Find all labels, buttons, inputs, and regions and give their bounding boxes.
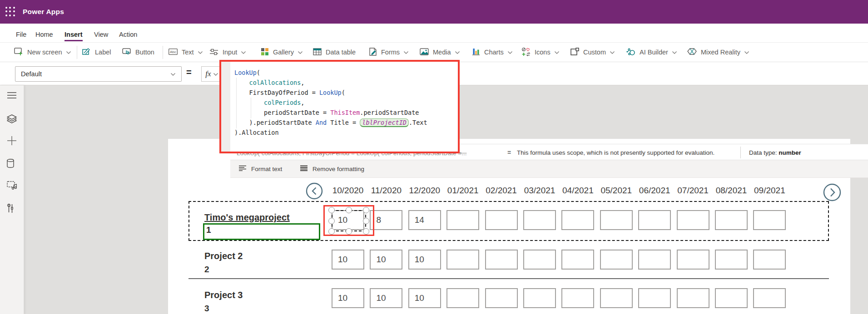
allocation-cell[interactable]: 10 (408, 288, 441, 308)
selection-handle[interactable] (328, 207, 335, 213)
allocation-cell[interactable]: 8 (370, 210, 402, 230)
allocation-cell[interactable] (523, 288, 556, 308)
period-header-label[interactable]: 04/2021 (557, 186, 598, 196)
allocation-cell[interactable] (600, 288, 633, 308)
gallery-next-button[interactable] (823, 183, 841, 203)
project-name-label[interactable]: Project 2 (204, 251, 243, 261)
selection-handle[interactable] (346, 228, 352, 235)
menu-item-home[interactable]: Home (35, 30, 53, 41)
toolbar-new-screen[interactable]: New screen (14, 43, 71, 62)
allocation-cell[interactable] (446, 210, 479, 230)
allocation-cell[interactable]: 10 (370, 288, 402, 308)
allocation-cell[interactable] (485, 210, 518, 230)
menu-item-view[interactable]: View (94, 30, 108, 41)
hamburger-icon[interactable] (7, 92, 17, 102)
period-header-label[interactable]: 03/2021 (519, 186, 560, 196)
media-screen-icon[interactable] (7, 181, 17, 191)
toolbar-mixed-reality[interactable]: Mixed Reality (687, 43, 749, 62)
allocation-cell[interactable] (485, 250, 518, 270)
toolbar-button[interactable]: Button (122, 43, 154, 62)
allocation-cell[interactable] (638, 210, 671, 230)
allocation-cell[interactable] (638, 288, 671, 308)
allocation-cell[interactable]: 10 (408, 250, 441, 270)
allocation-cell[interactable] (677, 288, 709, 308)
period-header-label[interactable]: 08/2021 (711, 186, 752, 196)
toolbar-charts[interactable]: Charts (472, 43, 513, 62)
allocation-cell[interactable] (561, 210, 594, 230)
plus-icon[interactable] (7, 136, 17, 146)
toolbar-data-table[interactable]: Data table (313, 43, 356, 62)
project-id-label[interactable]: 3 (204, 304, 209, 314)
period-header-label[interactable]: 12/2020 (404, 186, 445, 196)
selection-handle[interactable] (363, 218, 369, 224)
selection-handle[interactable] (328, 218, 335, 224)
allocation-cell[interactable]: 10 (332, 250, 364, 270)
menu-item-action[interactable]: Action (119, 30, 137, 41)
formula-editor-popup[interactable]: LookUp( colAllocations, FirstDayOfPeriod… (219, 60, 460, 153)
toolbar-input[interactable]: Input (209, 43, 246, 62)
period-header-label[interactable]: 06/2021 (634, 186, 675, 196)
project-id-label[interactable]: 2 (204, 265, 209, 275)
period-header-label[interactable]: 11/2020 (366, 186, 407, 196)
allocation-cell[interactable] (600, 210, 633, 230)
allocation-cell[interactable] (600, 250, 633, 270)
power-apps-studio: Power Apps FileHomeInsertViewAction New … (0, 0, 868, 314)
selection-handle[interactable] (346, 207, 352, 213)
allocation-cell[interactable] (753, 250, 786, 270)
allocation-cell[interactable]: 10 (332, 288, 364, 308)
allocation-cell[interactable] (561, 288, 594, 308)
project-id-label[interactable]: 1 (206, 225, 211, 235)
selection-handle[interactable] (363, 228, 369, 235)
allocation-cell[interactable] (446, 288, 479, 308)
toolbar-text[interactable]: AbcText (169, 43, 203, 62)
toolbar-forms[interactable]: Forms (369, 43, 409, 62)
format-text-button[interactable]: Format text (238, 160, 282, 177)
allocation-cell[interactable] (753, 210, 786, 230)
toolbar-icons[interactable]: Icons (521, 43, 560, 62)
custom-icon (570, 48, 579, 57)
allocation-cell[interactable] (677, 250, 709, 270)
allocation-cell[interactable] (753, 288, 786, 308)
project-name-label[interactable]: Timo's megaproject (204, 212, 290, 223)
layers-icon[interactable] (7, 114, 17, 124)
allocation-cell[interactable] (677, 210, 709, 230)
referenced-control-pill[interactable]: lblProjectID (360, 118, 409, 127)
allocation-cell[interactable] (715, 288, 748, 308)
allocation-cell[interactable] (485, 288, 518, 308)
allocation-cell[interactable]: 10 (370, 250, 402, 270)
toolbar-label[interactable]: Label (82, 43, 111, 62)
project-name-label[interactable]: Project 3 (204, 290, 243, 300)
toolbar-media[interactable]: Media (420, 43, 460, 62)
allocation-cell[interactable] (446, 250, 479, 270)
period-header-label[interactable]: 07/2021 (673, 186, 714, 196)
tools-icon[interactable] (7, 203, 17, 213)
toolbar-ai-builder[interactable]: AI Builder (626, 43, 677, 62)
database-icon[interactable] (7, 159, 17, 169)
period-header-label[interactable]: 05/2021 (596, 186, 637, 196)
menu-item-file[interactable]: File (16, 30, 26, 41)
allocation-cell[interactable]: 14 (408, 210, 441, 230)
menu-item-insert[interactable]: Insert (64, 30, 83, 41)
period-header-label[interactable]: 01/2021 (442, 186, 483, 196)
allocation-cell[interactable] (561, 250, 594, 270)
allocation-cell[interactable] (715, 210, 748, 230)
chevron-down-icon (198, 49, 203, 56)
allocation-cell[interactable] (523, 210, 556, 230)
period-header-label[interactable]: 09/2021 (749, 186, 790, 196)
waffle-icon[interactable] (5, 7, 15, 17)
toolbar-gallery[interactable]: Gallery (261, 43, 303, 62)
allocation-cell[interactable] (638, 250, 671, 270)
remove-format-button[interactable]: Remove formatting (300, 160, 364, 177)
selection-handle[interactable] (363, 207, 369, 213)
gallery-prev-button[interactable] (306, 182, 323, 201)
toolbar-custom[interactable]: Custom (570, 43, 615, 62)
toolbar-label: AI Builder (640, 49, 668, 56)
formula-code[interactable]: LookUp( colAllocations, FirstDayOfPeriod… (234, 68, 427, 137)
toolbar-separator (77, 46, 77, 59)
allocation-cell[interactable] (523, 250, 556, 270)
allocation-cell[interactable] (715, 250, 748, 270)
selection-handle[interactable] (328, 228, 335, 235)
property-selector[interactable]: Default (15, 66, 182, 82)
period-header-label[interactable]: 02/2021 (481, 186, 522, 196)
period-header-label[interactable]: 10/2020 (327, 186, 368, 196)
